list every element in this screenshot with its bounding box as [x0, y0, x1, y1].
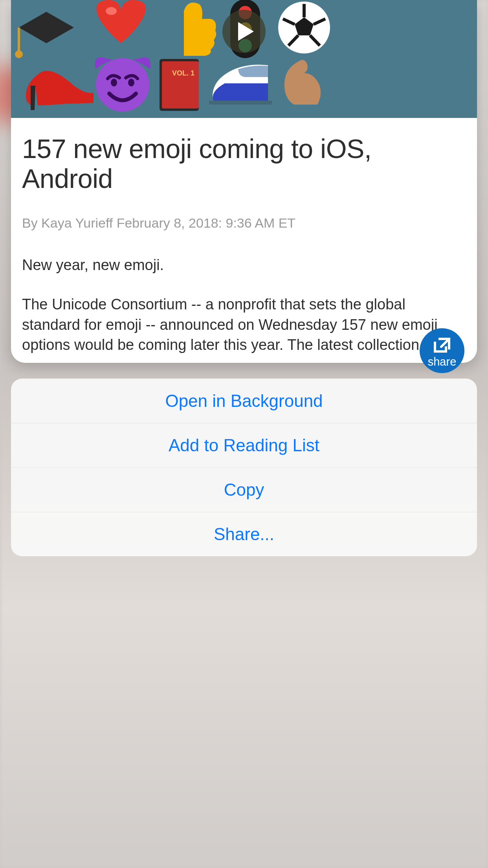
share-fab[interactable]: share	[420, 328, 464, 373]
play-button[interactable]	[222, 10, 266, 53]
svg-point-9	[96, 58, 149, 112]
svg-point-2	[106, 7, 117, 15]
svg-rect-13	[162, 61, 199, 108]
action-copy[interactable]: Copy	[11, 467, 477, 512]
svg-point-10	[111, 79, 117, 86]
link-preview-card: VOL. 1 157 new emoji coming to iOS, Andr…	[11, 0, 477, 363]
action-share[interactable]: Share...	[11, 512, 477, 556]
context-action-sheet: Open in Background Add to Reading List C…	[11, 379, 477, 556]
article-paragraph: New year, new emoji.	[22, 255, 466, 276]
article-paragraph: The Unicode Consortium -- a nonprofit th…	[22, 294, 466, 355]
play-icon	[238, 22, 254, 41]
article-byline: By Kaya Yurieff February 8, 2018: 9:36 A…	[22, 215, 466, 231]
action-open-in-background[interactable]: Open in Background	[11, 379, 477, 423]
article-hero-image: VOL. 1	[11, 0, 477, 118]
action-add-to-reading-list[interactable]: Add to Reading List	[11, 423, 477, 467]
share-icon	[433, 337, 451, 354]
article-body: 157 new emoji coming to iOS, Android By …	[11, 118, 477, 355]
svg-text:VOL. 1: VOL. 1	[172, 69, 194, 77]
svg-rect-15	[209, 101, 272, 105]
svg-point-11	[128, 79, 134, 86]
article-title: 157 new emoji coming to iOS, Android	[22, 134, 466, 193]
svg-point-1	[15, 50, 23, 58]
share-fab-label: share	[428, 355, 457, 368]
